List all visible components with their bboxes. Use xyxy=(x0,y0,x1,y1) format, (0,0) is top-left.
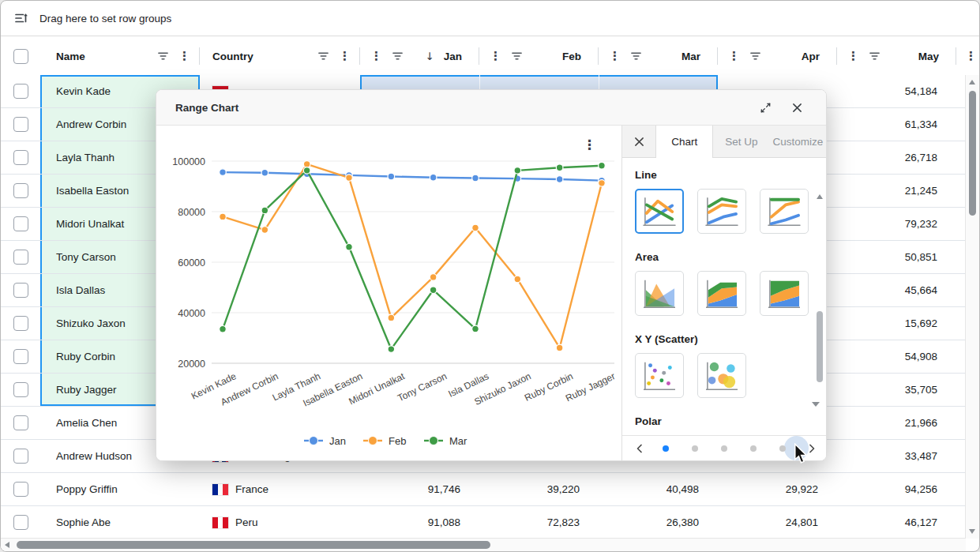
row-checkbox[interactable] xyxy=(1,340,40,373)
legend-item-jan[interactable]: Jan xyxy=(304,435,346,447)
column-header-next-partial[interactable]: ⋮ xyxy=(956,36,979,76)
country-cell[interactable]: France xyxy=(200,473,360,505)
column-header-country[interactable]: Country ⋮ xyxy=(200,36,360,76)
column-menu-icon[interactable]: ⋮ xyxy=(965,51,977,62)
filter-icon[interactable] xyxy=(317,51,329,62)
tab-customize[interactable]: Customize xyxy=(770,126,826,157)
tab-setup[interactable]: Set Up xyxy=(713,126,769,157)
panel-scroll-thumb[interactable] xyxy=(817,311,823,382)
column-menu-icon[interactable]: ⋮ xyxy=(490,51,501,62)
filter-icon[interactable] xyxy=(749,51,761,62)
may-cell[interactable]: 33,487 xyxy=(837,440,956,472)
apr-cell[interactable]: 29,922 xyxy=(718,473,837,505)
chart-type-normalized-line[interactable] xyxy=(760,189,809,234)
scroll-up-arrow[interactable] xyxy=(969,80,975,84)
panel-scrollbar[interactable] xyxy=(815,194,824,432)
may-cell[interactable]: 54,184 xyxy=(837,75,956,107)
chart-type-bubble[interactable] xyxy=(697,353,746,398)
mar-cell[interactable]: 26,380 xyxy=(599,506,718,539)
filter-icon[interactable] xyxy=(630,51,642,62)
row-group-drop-zone[interactable]: Drag here to set row groups xyxy=(1,1,979,36)
row-checkbox[interactable] xyxy=(1,208,40,240)
close-icon[interactable] xyxy=(787,97,807,118)
may-cell[interactable]: 50,851 xyxy=(837,241,956,273)
may-cell[interactable]: 46,127 xyxy=(837,506,956,539)
mar-cell[interactable]: 40,498 xyxy=(599,473,718,505)
legend-item-mar[interactable]: Mar xyxy=(424,435,467,447)
name-cell[interactable]: Sophie Abe xyxy=(40,506,200,539)
may-cell[interactable]: 94,256 xyxy=(837,473,956,505)
legend-item-feb[interactable]: Feb xyxy=(363,435,406,447)
may-cell[interactable]: 35,705 xyxy=(837,374,956,406)
tab-chart[interactable]: Chart xyxy=(655,126,713,158)
may-cell[interactable]: 61,334 xyxy=(837,108,956,141)
vertical-scroll-thumb[interactable] xyxy=(969,91,976,216)
column-menu-icon[interactable]: ⋮ xyxy=(847,51,859,62)
panel-close-icon[interactable] xyxy=(622,126,655,157)
row-checkbox[interactable] xyxy=(1,374,40,406)
panel-scroll-down-arrow[interactable] xyxy=(812,402,820,407)
may-cell[interactable]: 45,664 xyxy=(837,274,956,306)
column-header-mar[interactable]: ⋮ Mar xyxy=(599,36,718,76)
panel-scroll-up-arrow[interactable] xyxy=(817,194,823,199)
chart-type-line[interactable] xyxy=(635,189,684,234)
row-checkbox[interactable] xyxy=(1,75,40,107)
page-dot-1[interactable] xyxy=(692,445,698,452)
chart-type-area[interactable] xyxy=(635,271,684,316)
row-checkbox[interactable] xyxy=(1,506,40,539)
row-checkbox[interactable] xyxy=(1,440,40,472)
column-header-feb[interactable]: ⋮ Feb xyxy=(479,36,599,76)
row-checkbox[interactable] xyxy=(1,407,40,439)
scroll-left-arrow[interactable] xyxy=(5,542,9,548)
jan-cell[interactable]: 91,088 xyxy=(360,506,479,539)
column-menu-icon[interactable]: ⋮ xyxy=(178,51,190,62)
maximize-icon[interactable] xyxy=(755,97,775,118)
chart-type-stacked-area[interactable] xyxy=(697,271,746,316)
may-cell[interactable]: 21,245 xyxy=(837,175,956,207)
row-checkbox[interactable] xyxy=(1,274,40,306)
row-checkbox[interactable] xyxy=(1,307,40,340)
page-dot-2[interactable] xyxy=(721,445,727,452)
feb-cell[interactable]: 39,220 xyxy=(479,473,599,505)
may-cell[interactable]: 21,966 xyxy=(837,407,956,439)
row-checkbox[interactable] xyxy=(1,241,40,273)
may-cell[interactable]: 79,232 xyxy=(837,208,956,240)
column-header-may[interactable]: ⋮ May xyxy=(837,36,956,76)
chart-type-scatter[interactable] xyxy=(635,353,684,398)
dialog-title-bar[interactable]: Range Chart xyxy=(156,90,826,126)
chart-menu-icon[interactable]: ⋮ xyxy=(583,138,596,152)
filter-icon[interactable] xyxy=(869,51,880,62)
chart-type-stacked-line[interactable] xyxy=(697,189,746,234)
column-header-jan[interactable]: ⋮ ↓ Jan xyxy=(360,36,479,76)
feb-cell[interactable]: 72,823 xyxy=(479,506,599,539)
column-header-name[interactable]: Name ⋮ xyxy=(40,36,200,76)
name-cell[interactable]: Poppy Griffin xyxy=(40,473,200,505)
page-dot-0[interactable] xyxy=(663,445,669,452)
row-checkbox[interactable] xyxy=(1,175,40,207)
row-checkbox[interactable] xyxy=(1,473,40,505)
horizontal-scrollbar[interactable] xyxy=(1,538,966,551)
column-header-apr[interactable]: ⋮ Apr xyxy=(718,36,837,76)
column-menu-icon[interactable]: ⋮ xyxy=(609,51,621,62)
horizontal-scroll-thumb[interactable] xyxy=(17,541,490,549)
may-cell[interactable]: 26,718 xyxy=(837,141,956,174)
scroll-down-arrow[interactable] xyxy=(969,529,975,534)
filter-icon[interactable] xyxy=(511,51,523,62)
column-menu-icon[interactable]: ⋮ xyxy=(370,51,382,62)
may-cell[interactable]: 54,908 xyxy=(837,340,956,373)
filter-icon[interactable] xyxy=(392,51,404,62)
vertical-scrollbar[interactable] xyxy=(965,75,979,539)
page-dot-4[interactable] xyxy=(779,445,786,452)
column-menu-icon[interactable]: ⋮ xyxy=(728,51,740,62)
filter-icon[interactable] xyxy=(157,51,169,62)
country-cell[interactable]: Peru xyxy=(200,506,360,539)
select-all-checkbox[interactable] xyxy=(1,36,40,76)
row-checkbox[interactable] xyxy=(1,141,40,174)
column-menu-icon[interactable]: ⋮ xyxy=(339,51,351,62)
chart-type-normalized-area[interactable] xyxy=(760,271,809,316)
row-checkbox[interactable] xyxy=(1,108,40,141)
may-cell[interactable]: 15,692 xyxy=(837,307,956,340)
page-dot-3[interactable] xyxy=(750,445,757,452)
page-prev-icon[interactable] xyxy=(635,436,644,460)
jan-cell[interactable]: 91,746 xyxy=(360,473,479,505)
